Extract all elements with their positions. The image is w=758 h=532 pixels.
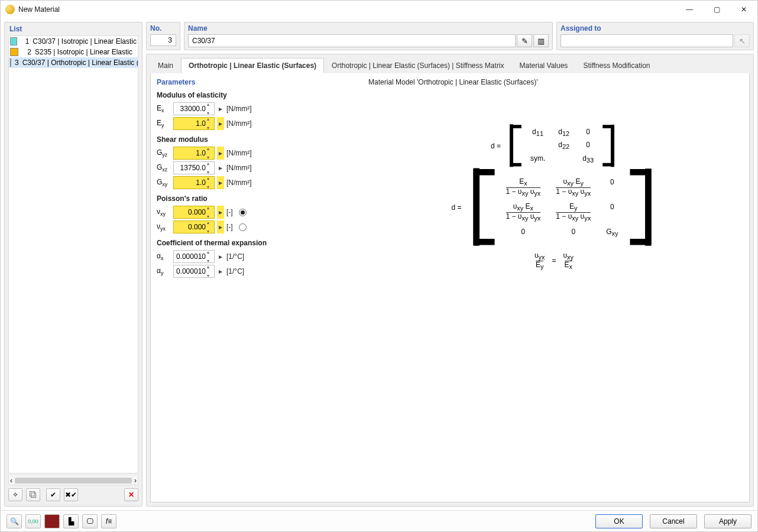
tab[interactable]: Orthotropic | Linear Elastic (Surfaces) (181, 58, 324, 73)
maximize-button[interactable]: ▢ (703, 1, 730, 18)
parameter-menu-icon[interactable]: ▸ (217, 161, 224, 174)
color-swatch-icon (10, 37, 17, 46)
parameter-symbol: Gyz (157, 148, 171, 158)
close-button[interactable]: ✕ (730, 1, 757, 18)
parameter-symbol: νxy (157, 207, 171, 217)
delete-item-icon[interactable]: ✕ (124, 488, 138, 501)
parameter-row: αx▸[1/°C] (157, 249, 353, 264)
parameter-unit: [N/mm²] (226, 119, 252, 128)
tab[interactable]: Main (150, 58, 181, 73)
parameter-row: Ex▸[N/mm²] (157, 102, 353, 116)
parameter-input[interactable] (173, 161, 215, 174)
parameter-group-title: Coefficient of thermal expansion (157, 239, 353, 247)
edit-name-icon[interactable]: ✎ (517, 34, 532, 47)
parameter-group-title: Modulus of elasticity (157, 91, 353, 99)
parameter-menu-icon[interactable]: ▸ (217, 265, 224, 278)
parameter-menu-icon[interactable]: ▸ (217, 176, 224, 189)
parameter-symbol: αx (157, 252, 171, 261)
preview-icon[interactable]: 🖵 (82, 514, 98, 528)
parameter-unit: [N/mm²] (226, 149, 252, 157)
parameter-symbol: Ex (157, 104, 171, 113)
cancel-button[interactable]: Cancel (650, 514, 697, 528)
assigned-to-label: Assigned to (561, 24, 750, 33)
library-icon[interactable]: ▥ (533, 34, 549, 47)
list-header: List (5, 22, 142, 35)
list-item-label: S235 | Isotropic | Linear Elastic (35, 48, 132, 56)
parameter-row: Gxz▸[N/mm²] (157, 161, 353, 175)
copy-item-icon[interactable]: ⿻ (26, 488, 40, 501)
parameter-row: νyx▸[-] (157, 220, 353, 234)
ok-button[interactable]: OK (595, 514, 643, 528)
parameter-input[interactable] (173, 147, 215, 160)
parameter-unit: [1/°C] (226, 252, 244, 261)
tab-bar: MainOrthotropic | Linear Elastic (Surfac… (147, 54, 753, 73)
parameter-menu-icon[interactable]: ▸ (217, 147, 224, 160)
parameter-unit: [-] (226, 208, 233, 216)
material-list[interactable]: 1C30/37 | Isotropic | Linear Elastic2S23… (8, 35, 138, 473)
parameter-input[interactable] (173, 206, 215, 219)
parameter-symbol: Ey (157, 119, 171, 128)
app-icon (5, 5, 15, 14)
definition-radio[interactable] (239, 209, 247, 216)
parameter-unit: [N/mm²] (226, 164, 252, 172)
apply-button[interactable]: Apply (704, 514, 751, 528)
tab[interactable]: Orthotropic | Linear Elastic (Surfaces) … (324, 58, 511, 73)
definition-radio[interactable] (239, 223, 247, 231)
list-item-number: 2 (22, 48, 31, 56)
parameter-menu-icon[interactable]: ▸ (217, 250, 224, 263)
parameter-symbol: νyx (157, 222, 171, 232)
parameter-menu-icon[interactable]: ▸ (217, 220, 224, 233)
parameter-unit: [N/mm²] (226, 179, 252, 187)
parameter-input[interactable] (173, 250, 215, 263)
parameter-input[interactable] (173, 220, 215, 233)
list-item[interactable]: 3C30/37 | Orthotropic | Linear Elastic (… (9, 57, 138, 68)
parameter-menu-icon[interactable]: ▸ (217, 117, 224, 130)
parameter-input[interactable] (173, 265, 215, 278)
parameter-symbol: Gxy (157, 178, 171, 187)
no-input[interactable] (150, 34, 176, 46)
parameter-input[interactable] (173, 176, 215, 189)
material-model-header: Material Model 'Orthotropic | Linear Ela… (368, 78, 740, 86)
list-item-label: C30/37 | Isotropic | Linear Elastic (33, 37, 137, 46)
parameter-group-title: Shear modulus (157, 135, 353, 144)
assigned-to-input[interactable] (561, 34, 733, 47)
window-title: New Material (18, 5, 676, 14)
units-icon[interactable]: 0,00 (25, 514, 41, 528)
list-horizontal-scrollbar[interactable]: ‹› (8, 476, 138, 485)
name-input[interactable] (188, 34, 516, 47)
list-item-number: 1 (21, 37, 29, 46)
parameter-input[interactable] (173, 117, 215, 130)
parameter-row: Gyz▸[N/mm²] (157, 146, 353, 160)
parameter-menu-icon[interactable]: ▸ (217, 102, 224, 115)
no-label: No. (150, 24, 176, 33)
tab[interactable]: Stiffness Modification (575, 58, 657, 73)
check-all-icon[interactable]: ✔ (46, 488, 60, 501)
list-item-number: 3 (15, 59, 19, 67)
list-item[interactable]: 1C30/37 | Isotropic | Linear Elastic (9, 36, 138, 47)
parameter-input[interactable] (173, 102, 215, 115)
section-icon[interactable]: ▙ (63, 514, 79, 528)
uncheck-all-icon[interactable]: ✖✔ (64, 488, 78, 501)
parameter-unit: [1/°C] (226, 267, 244, 275)
title-bar: New Material — ▢ ✕ (1, 1, 757, 18)
list-item[interactable]: 2S235 | Isotropic | Linear Elastic (9, 47, 138, 57)
stiffness-matrix-symbolic: d = ⎡⎢⎣ d11d120 d220 sym.d33 ⎤⎥⎦ (491, 128, 617, 164)
dialog-footer: 🔍 0,00 ▙ 🖵 f≡ OK Cancel Apply (1, 510, 757, 531)
function-icon[interactable]: f≡ (101, 514, 116, 528)
parameter-row: νxy▸[-] (157, 205, 353, 219)
name-label: Name (188, 24, 549, 33)
parameter-unit: [N/mm²] (226, 105, 252, 113)
list-item-label: C30/37 | Orthotropic | Linear Elastic (S (22, 59, 138, 67)
minimize-button[interactable]: — (676, 1, 703, 18)
tab[interactable]: Material Values (512, 58, 576, 73)
parameter-symbol: αy (157, 267, 171, 276)
stiffness-matrix-expanded: d = ⎡⎣ Ex1 − υxy υyx υxy Ey1 − υxy υyx 0… (451, 178, 656, 237)
parameters-header: Parameters (157, 78, 353, 86)
color-swatch-icon (10, 48, 18, 56)
help-icon[interactable]: 🔍 (7, 514, 22, 528)
parameter-menu-icon[interactable]: ▸ (217, 206, 224, 219)
new-item-icon[interactable]: ✧ (8, 488, 22, 501)
parameter-row: Ey▸[N/mm²] (157, 116, 353, 131)
pick-assignment-icon[interactable]: ↖ (734, 34, 750, 47)
color-icon[interactable] (44, 514, 60, 528)
